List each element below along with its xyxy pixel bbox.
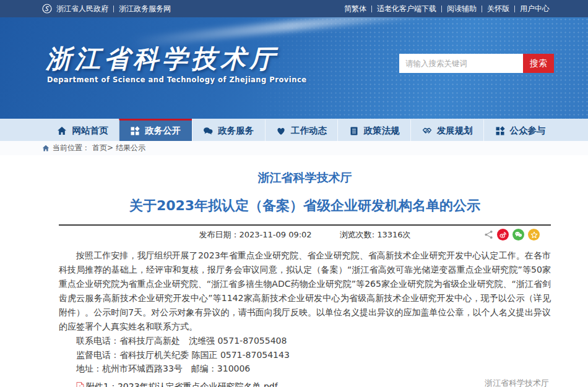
search-input[interactable] — [399, 54, 523, 73]
nav-inner: 网站首页 政务公开 政务服务 — [46, 119, 556, 141]
link-simplified-traditional[interactable]: 简繁体 — [344, 4, 366, 14]
link-care-version[interactable]: 关怀版 — [487, 4, 509, 14]
breadcrumb-location-label: 当前位置： — [53, 143, 90, 153]
link-zhejiang-service[interactable]: 浙江政务服务网 — [119, 4, 171, 14]
contact-block: 联系电话：省科技厅高新处 沈维强 0571-87055408 监督电话：省科技厅… — [59, 334, 551, 376]
nav-item-development-plans[interactable]: 发展规划 — [410, 119, 483, 141]
view-count-label: 浏览次数: — [340, 230, 374, 239]
breadcrumb-current: 结果公示 — [116, 143, 145, 153]
nav-item-home[interactable]: 网站首页 — [46, 119, 119, 141]
site-title: 浙江省科学技术厅 — [46, 42, 279, 76]
breadcrumb: 当前位置： 首页> 结果公示 — [0, 141, 588, 155]
search-box: 搜索 — [399, 54, 554, 73]
nav-label: 发展规划 — [437, 125, 473, 137]
article-title-main: 关于2023年拟认定（备案）省级企业研发机构名单的公示 — [59, 197, 551, 215]
qzone-share-icon[interactable] — [528, 229, 540, 240]
search-button[interactable]: 搜索 — [523, 54, 554, 73]
breadcrumb-home-link[interactable]: 首页> — [92, 143, 113, 153]
divider — [113, 6, 114, 12]
home-small-icon — [42, 145, 50, 152]
publish-date-label: 发布日期： — [199, 230, 239, 239]
divider — [514, 6, 515, 12]
supervision-phone-line: 监督电话：省科技厅机关纪委 陈国正 0571-87054143 — [59, 348, 551, 362]
nav-label: 公众参与 — [510, 125, 546, 137]
nav-item-work-news[interactable]: 工作动态 — [265, 119, 338, 141]
share-nodes-icon[interactable] — [484, 230, 493, 239]
address-line: 地址：杭州市环城西路33号 邮编：310006 — [59, 362, 551, 376]
nav-item-gov-services[interactable]: 政务服务 — [192, 119, 265, 141]
article-title-agency: 浙江省科学技术厅 — [59, 170, 551, 186]
page: 浙江省人民政府 浙江政务服务网 简繁体 适老化客户端下载 阅读辅助 关怀版 用户… — [0, 0, 588, 387]
top-utility-bar: 浙江省人民政府 浙江政务服务网 简繁体 适老化客户端下载 阅读辅助 关怀版 用户… — [0, 0, 588, 17]
link-elderly-client-download[interactable]: 适老化客户端下载 — [377, 4, 436, 14]
pdf-icon — [76, 382, 84, 387]
handshake-icon — [422, 126, 432, 136]
topbar-left: 浙江省人民政府 浙江政务服务网 — [42, 4, 171, 14]
home-icon — [57, 126, 67, 136]
share-group — [484, 229, 540, 240]
divider — [441, 6, 442, 12]
nav-label: 政务公开 — [145, 125, 181, 137]
document-icon — [349, 126, 359, 136]
link-reading-assist[interactable]: 阅读辅助 — [447, 4, 477, 14]
grid-icon — [130, 126, 140, 136]
nav-label: 工作动态 — [291, 125, 327, 137]
nav-label: 政务服务 — [218, 125, 254, 137]
wechat-share-icon[interactable] — [512, 229, 524, 240]
article-meta-row: 发布日期：2023-11-09 09:02 浏览次数: 13316次 — [59, 226, 551, 244]
gov-logo-icon — [42, 4, 52, 14]
site-subtitle-english: Department of Science and Technology of … — [47, 75, 307, 84]
heart-icon — [276, 126, 286, 136]
view-count-value: 13316次 — [377, 230, 410, 239]
footer-agency-name: 浙江省科学技术厅 — [485, 378, 549, 387]
topbar-right: 简繁体 适老化客户端下载 阅读辅助 关怀版 用户中心 — [344, 4, 550, 14]
publish-date: 发布日期：2023-11-09 09:02 — [199, 229, 311, 240]
attachment-label: 附件1：2023年拟认定省重点企业研究院名单.pdf — [86, 380, 278, 387]
link-zhejiang-gov[interactable]: 浙江省人民政府 — [56, 4, 108, 14]
nav-item-gov-disclosure[interactable]: 政务公开 — [119, 119, 192, 141]
main-nav: 网站首页 政务公开 政务服务 — [0, 119, 588, 141]
divider — [371, 6, 372, 12]
nav-item-public-participation[interactable]: 公众参与 — [483, 119, 556, 141]
divider — [482, 6, 482, 12]
view-count: 浏览次数: 13316次 — [340, 229, 411, 240]
nav-label: 政策法规 — [364, 125, 400, 137]
nav-item-policies[interactable]: 政策法规 — [337, 119, 410, 141]
chat-icon — [203, 126, 213, 136]
article: 浙江省科学技术厅 关于2023年拟认定（备案）省级企业研发机构名单的公示 发布日… — [0, 155, 588, 387]
weibo-share-icon[interactable] — [497, 229, 509, 240]
contact-phone-line: 联系电话：省科技厅高新处 沈维强 0571-87055408 — [59, 334, 551, 348]
link-user-center[interactable]: 用户中心 — [520, 4, 550, 14]
nav-label: 网站首页 — [72, 125, 108, 137]
attachment-list: 附件1：2023年拟认定省重点企业研究院名单.pdf 附件2：2023年拟认定省… — [59, 380, 551, 387]
article-paragraph: 按照工作安排，我厅组织开展了2023年省重点企业研究院、省企业研究院、省高新技术… — [59, 249, 551, 334]
site-banner: 浙江省科学技术厅 Department of Science and Techn… — [0, 17, 588, 119]
attachment-link-1[interactable]: 附件1：2023年拟认定省重点企业研究院名单.pdf — [59, 380, 551, 387]
publish-date-value: 2023-11-09 09:02 — [239, 230, 311, 239]
grid-icon — [495, 126, 505, 136]
